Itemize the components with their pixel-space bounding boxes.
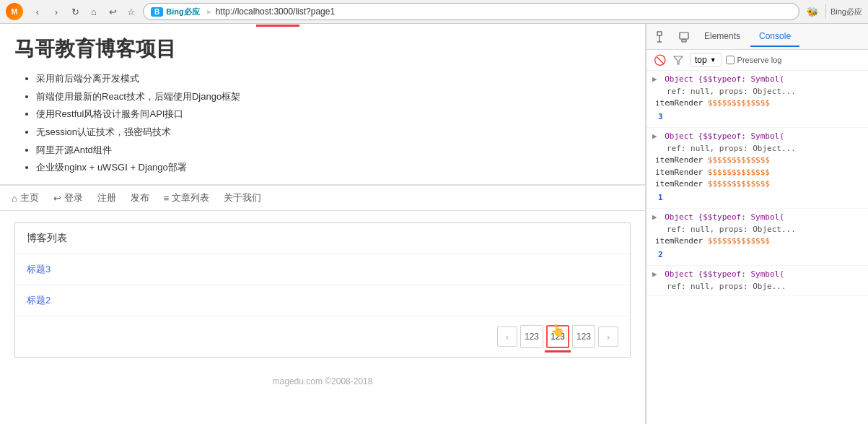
articles-icon: ≡ xyxy=(164,193,170,204)
expand-icon[interactable]: ▶ xyxy=(652,212,657,224)
item-render-line: itemRender $$$$$$$$$$$$$ xyxy=(652,235,862,248)
item-render-label: itemRender xyxy=(655,236,708,246)
console-object-line: ▶ Object {$$typeof: Symbol( xyxy=(652,269,862,281)
nav-publish[interactable]: 发布 xyxy=(131,191,149,204)
level-dropdown-icon: ▼ xyxy=(710,56,716,64)
console-entry: ▶ Object {$$typeof: Symbol( ref: null, p… xyxy=(646,209,868,266)
pagination-underline xyxy=(545,350,571,352)
home-button[interactable]: ⌂ xyxy=(87,4,101,19)
feature-item: 使用Restful风格设计服务间API接口 xyxy=(36,105,631,124)
browser-chrome: M ‹ › ↻ ⌂ ↩ ☆ B Bing必应 ▸ http://localhos… xyxy=(0,0,868,24)
nav-about[interactable]: 关于我们 xyxy=(224,191,261,204)
feature-item: 企业级nginx + uWSGI + Django部署 xyxy=(36,159,631,177)
back-button[interactable]: ‹ xyxy=(30,4,45,19)
blog-link-1[interactable]: 标题2 xyxy=(27,295,51,306)
item-render-label: itemRender xyxy=(655,98,708,108)
clear-console-button[interactable]: 🚫 xyxy=(652,53,667,67)
feature-item: 阿里开源Antd组件 xyxy=(36,142,631,160)
console-entry: ▶ Object {$$typeof: Symbol( ref: null, p… xyxy=(646,266,868,296)
svg-rect-0 xyxy=(657,32,662,35)
url-underline xyxy=(256,25,299,27)
item-render-line-3: itemRender $$$$$$$$$$$$$ xyxy=(652,178,862,191)
bing-label: Bing必应 xyxy=(166,7,199,17)
prev-page-button[interactable]: ‹ xyxy=(497,326,517,347)
nav-about-label: 关于我们 xyxy=(224,191,261,204)
console-object-line: ▶ Object {$$typeof: Symbol( xyxy=(652,131,862,143)
tab-elements[interactable]: Elements xyxy=(696,27,749,47)
page-btn-1[interactable]: 123 xyxy=(520,325,543,348)
nav-home[interactable]: ⌂ 主页 xyxy=(12,191,39,204)
object-subtext: ref: null, props: Object... xyxy=(652,143,862,155)
forward-button[interactable]: › xyxy=(49,4,63,19)
nav-register-label: 注册 xyxy=(97,191,116,204)
console-number: 2 xyxy=(652,248,862,263)
blog-header: 博客列表 xyxy=(15,223,630,254)
object-subtext: ref: null, props: Obje... xyxy=(652,281,862,293)
level-select[interactable]: top ▼ xyxy=(690,53,722,67)
console-toolbar: 🚫 top ▼ Preserve log xyxy=(646,50,868,71)
next-page-button[interactable]: › xyxy=(598,326,618,347)
page-btn-active-wrapper: 123 👆 xyxy=(546,325,569,348)
svg-rect-4 xyxy=(682,40,686,42)
nav-register[interactable]: 注册 xyxy=(97,191,116,204)
item-render-line: itemRender $$$$$$$$$$$$$ xyxy=(652,155,862,167)
level-label: top xyxy=(695,55,707,65)
nav-articles-label: 文章列表 xyxy=(172,191,209,204)
list-item: 标题3 xyxy=(15,254,630,285)
page-footer: magedu.com ©2008-2018 xyxy=(0,369,645,394)
blog-list: 标题3 标题2 xyxy=(15,254,630,316)
console-entry: ▶ Object {$$typeof: Symbol( ref: null, p… xyxy=(646,71,868,128)
object-text: Object {$$typeof: Symbol( xyxy=(665,212,784,222)
devtools-tab-bar: Elements Console xyxy=(646,24,868,50)
home-icon: ⌂ xyxy=(12,193,17,204)
expand-icon[interactable]: ▶ xyxy=(652,269,657,281)
console-object-line: ▶ Object {$$typeof: Symbol( xyxy=(652,74,862,86)
page-header: 马哥教育博客项目 采用前后端分离开发模式 前端使用最新的React技术，后端使用… xyxy=(0,24,645,185)
item-render-label: itemRender xyxy=(655,168,708,177)
item-render-line-2: itemRender $$$$$$$$$$$$$ xyxy=(652,167,862,179)
url-text: http://localhost:3000/list?page1 xyxy=(216,7,335,17)
expand-icon[interactable]: ▶ xyxy=(652,131,657,143)
nav-login[interactable]: ↩ 登录 xyxy=(53,191,83,204)
object-subtext: ref: null, props: Object... xyxy=(652,86,862,98)
page-btn-3[interactable]: 123 xyxy=(572,325,595,348)
favorites-button[interactable]: ☆ xyxy=(124,4,139,19)
object-text: Object {$$typeof: Symbol( xyxy=(665,131,784,141)
filter-button[interactable] xyxy=(671,53,685,67)
nav-bar: ⌂ 主页 ↩ 登录 注册 发布 ≡ 文章列表 关于我们 xyxy=(0,186,645,211)
page-title: 马哥教育博客项目 xyxy=(14,35,631,63)
inspect-element-button[interactable] xyxy=(652,27,672,47)
refresh-button[interactable]: ↻ xyxy=(68,4,82,19)
item-render-label: itemRender xyxy=(655,179,708,189)
content-area: 博客列表 标题3 标题2 ‹ 123 123 xyxy=(0,211,645,369)
url-bar[interactable]: B Bing必应 ▸ http://localhost:3000/list?pa… xyxy=(143,3,799,20)
ext-bee-icon[interactable]: 🐝 xyxy=(804,3,821,20)
device-toggle-button[interactable] xyxy=(674,27,694,47)
pagination: ‹ 123 123 👆 123 › xyxy=(15,316,630,357)
expand-icon[interactable]: ▶ xyxy=(652,74,657,86)
nav-articles[interactable]: ≡ 文章列表 xyxy=(164,191,210,204)
list-item: 标题2 xyxy=(15,285,630,316)
blog-link-0[interactable]: 标题3 xyxy=(27,264,51,274)
item-render-val: $$$$$$$$$$$$$ xyxy=(708,155,770,165)
svg-rect-3 xyxy=(680,33,688,39)
svg-marker-5 xyxy=(674,56,683,64)
console-entry: ▶ Object {$$typeof: Symbol( ref: null, p… xyxy=(646,128,868,209)
console-number: 1 xyxy=(652,191,862,206)
console-number: 3 xyxy=(652,110,862,125)
page-btn-active[interactable]: 123 xyxy=(546,325,569,348)
history-button[interactable]: ↩ xyxy=(105,4,120,19)
item-render-val: $$$$$$$$$$$$$ xyxy=(708,98,770,108)
bing-badge: B xyxy=(151,7,163,17)
console-output: ▶ Object {$$typeof: Symbol( ref: null, p… xyxy=(646,71,868,424)
item-render-val: $$$$$$$$$$$$$ xyxy=(708,236,770,246)
nav-home-label: 主页 xyxy=(20,191,39,204)
tab-console[interactable]: Console xyxy=(750,27,799,47)
item-render-val: $$$$$$$$$$$$$ xyxy=(708,168,770,177)
object-subtext: ref: null, props: Object... xyxy=(652,224,862,236)
object-text: Object {$$typeof: Symbol( xyxy=(665,74,784,84)
item-render-line: itemRender $$$$$$$$$$$$$ xyxy=(652,98,862,110)
devtools-panel: Elements Console 🚫 top ▼ Preserve log xyxy=(646,24,868,424)
console-object-line: ▶ Object {$$typeof: Symbol( xyxy=(652,212,862,224)
preserve-log-checkbox[interactable] xyxy=(726,56,735,64)
